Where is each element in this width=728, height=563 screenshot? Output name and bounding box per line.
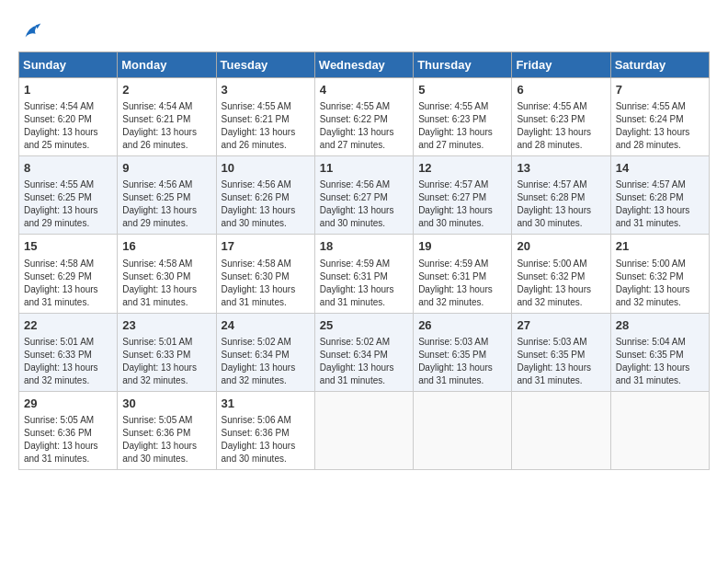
day-info: and 31 minutes.	[122, 296, 210, 309]
logo	[18, 18, 48, 44]
column-header-monday: Monday	[118, 52, 216, 78]
day-info: and 30 minutes.	[222, 453, 310, 465]
day-info: Daylight: 13 hours	[122, 283, 210, 296]
day-number: 16	[122, 238, 210, 255]
day-info: Daylight: 13 hours	[517, 126, 605, 139]
day-info: and 32 minutes.	[517, 296, 605, 309]
day-info: Sunrise: 5:05 AM	[24, 414, 112, 427]
column-header-wednesday: Wednesday	[314, 52, 413, 78]
day-info: Sunrise: 5:00 AM	[517, 258, 605, 270]
day-number: 29	[24, 396, 112, 412]
day-info: and 31 minutes.	[24, 296, 112, 309]
calendar-week-row: 22Sunrise: 5:01 AMSunset: 6:33 PMDayligh…	[19, 313, 710, 391]
day-info: Sunrise: 4:54 AM	[122, 100, 210, 113]
day-info: Sunset: 6:36 PM	[222, 427, 310, 440]
calendar-cell	[314, 391, 413, 469]
calendar-cell: 13Sunrise: 4:57 AMSunset: 6:28 PMDayligh…	[512, 156, 610, 235]
day-number: 4	[320, 82, 408, 98]
day-info: Daylight: 13 hours	[320, 204, 408, 217]
day-info: Sunset: 6:30 PM	[222, 270, 310, 283]
logo-icon	[18, 18, 44, 44]
calendar-cell: 9Sunrise: 4:56 AMSunset: 6:25 PMDaylight…	[118, 156, 216, 235]
calendar-cell: 6Sunrise: 4:55 AMSunset: 6:23 PMDaylight…	[512, 78, 610, 156]
day-info: and 32 minutes.	[222, 374, 310, 387]
day-info: Daylight: 13 hours	[418, 283, 506, 296]
page-header	[18, 18, 710, 44]
day-info: Sunset: 6:21 PM	[122, 113, 210, 126]
calendar-cell: 23Sunrise: 5:01 AMSunset: 6:33 PMDayligh…	[118, 313, 216, 391]
column-header-sunday: Sunday	[19, 52, 118, 78]
day-info: Sunset: 6:36 PM	[122, 427, 210, 440]
day-info: Sunrise: 4:57 AM	[616, 178, 704, 191]
day-info: Sunrise: 5:03 AM	[418, 336, 506, 349]
day-info: Sunset: 6:23 PM	[418, 113, 506, 126]
day-number: 10	[222, 160, 310, 177]
day-info: Sunrise: 4:55 AM	[222, 100, 310, 113]
day-number: 26	[418, 317, 506, 334]
day-number: 1	[24, 82, 112, 98]
day-info: and 32 minutes.	[616, 296, 704, 309]
day-info: Sunrise: 4:57 AM	[418, 178, 506, 191]
day-number: 23	[122, 317, 210, 334]
day-info: Sunrise: 4:58 AM	[24, 258, 112, 270]
day-info: Daylight: 13 hours	[24, 362, 112, 374]
day-info: Sunset: 6:26 PM	[222, 191, 310, 204]
day-info: Sunrise: 4:56 AM	[320, 178, 408, 191]
day-info: Daylight: 13 hours	[616, 126, 704, 139]
day-info: Sunset: 6:21 PM	[222, 113, 310, 126]
day-info: and 27 minutes.	[320, 139, 408, 152]
day-info: Sunset: 6:35 PM	[616, 349, 704, 362]
day-info: Sunset: 6:24 PM	[616, 113, 704, 126]
day-info: Sunset: 6:23 PM	[517, 113, 605, 126]
day-info: and 31 minutes.	[24, 453, 112, 465]
day-info: and 28 minutes.	[616, 139, 704, 152]
day-info: Daylight: 13 hours	[517, 204, 605, 217]
calendar-cell: 30Sunrise: 5:05 AMSunset: 6:36 PMDayligh…	[118, 391, 216, 469]
day-number: 30	[122, 396, 210, 412]
column-header-saturday: Saturday	[610, 52, 709, 78]
day-info: Sunset: 6:29 PM	[24, 270, 112, 283]
day-info: Sunrise: 4:59 AM	[320, 258, 408, 270]
calendar-cell: 19Sunrise: 4:59 AMSunset: 6:31 PMDayligh…	[414, 235, 512, 313]
day-info: Sunrise: 4:55 AM	[616, 100, 704, 113]
calendar-cell: 11Sunrise: 4:56 AMSunset: 6:27 PMDayligh…	[314, 156, 413, 235]
day-info: Sunset: 6:28 PM	[517, 191, 605, 204]
calendar-cell: 16Sunrise: 4:58 AMSunset: 6:30 PMDayligh…	[118, 235, 216, 313]
day-info: Daylight: 13 hours	[418, 362, 506, 374]
day-info: Sunrise: 5:01 AM	[122, 336, 210, 349]
day-info: Sunset: 6:28 PM	[616, 191, 704, 204]
day-info: Daylight: 13 hours	[616, 283, 704, 296]
day-info: Daylight: 13 hours	[122, 126, 210, 139]
day-info: and 26 minutes.	[222, 139, 310, 152]
day-number: 28	[616, 317, 704, 334]
day-number: 3	[222, 82, 310, 98]
day-info: and 30 minutes.	[320, 217, 408, 230]
day-number: 2	[122, 82, 210, 98]
day-info: Sunrise: 4:55 AM	[517, 100, 605, 113]
calendar-cell: 21Sunrise: 5:00 AMSunset: 6:32 PMDayligh…	[610, 235, 709, 313]
day-info: and 30 minutes.	[222, 217, 310, 230]
day-info: Daylight: 13 hours	[24, 440, 112, 453]
day-number: 21	[616, 238, 704, 255]
calendar-cell: 5Sunrise: 4:55 AMSunset: 6:23 PMDaylight…	[414, 78, 512, 156]
day-info: Daylight: 13 hours	[517, 283, 605, 296]
calendar-cell: 24Sunrise: 5:02 AMSunset: 6:34 PMDayligh…	[216, 313, 314, 391]
day-number: 31	[222, 396, 310, 412]
calendar-cell: 29Sunrise: 5:05 AMSunset: 6:36 PMDayligh…	[19, 391, 118, 469]
column-header-tuesday: Tuesday	[216, 52, 314, 78]
day-info: Sunrise: 4:55 AM	[24, 178, 112, 191]
day-number: 7	[616, 82, 704, 98]
calendar-cell: 12Sunrise: 4:57 AMSunset: 6:27 PMDayligh…	[414, 156, 512, 235]
day-info: Daylight: 13 hours	[222, 362, 310, 374]
day-info: Sunrise: 5:04 AM	[616, 336, 704, 349]
calendar-cell	[610, 391, 709, 469]
day-info: Sunset: 6:27 PM	[418, 191, 506, 204]
calendar-cell: 14Sunrise: 4:57 AMSunset: 6:28 PMDayligh…	[610, 156, 709, 235]
day-number: 25	[320, 317, 408, 334]
day-info: and 31 minutes.	[320, 296, 408, 309]
day-info: Sunset: 6:30 PM	[122, 270, 210, 283]
day-info: Sunrise: 4:59 AM	[418, 258, 506, 270]
day-info: Sunrise: 4:57 AM	[517, 178, 605, 191]
day-number: 18	[320, 238, 408, 255]
calendar-week-row: 1Sunrise: 4:54 AMSunset: 6:20 PMDaylight…	[19, 78, 710, 156]
